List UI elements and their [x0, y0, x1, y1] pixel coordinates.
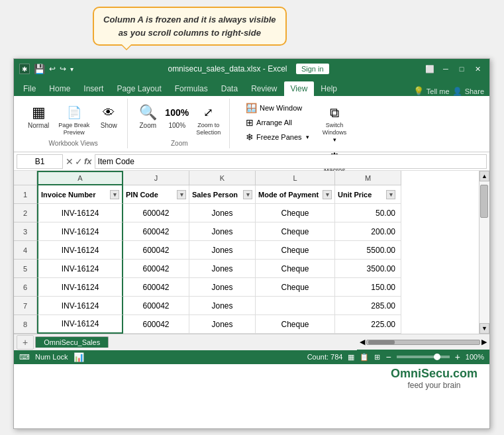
cell-invoice[interactable]: INV-16124: [37, 241, 123, 260]
cell-payment-mode[interactable]: Cheque: [256, 315, 335, 334]
cell-unit-price[interactable]: 200.00: [335, 222, 401, 241]
tell-me-label[interactable]: Tell me: [427, 87, 450, 95]
cell-invoice[interactable]: INV-16124: [37, 315, 123, 334]
cell-payment-mode[interactable]: Cheque: [256, 260, 335, 278]
cell-invoice[interactable]: INV-16124: [37, 278, 123, 297]
new-window-button[interactable]: 🪟 New Window: [242, 101, 312, 115]
h-scroll-right[interactable]: ▶: [481, 338, 487, 346]
insert-function-icon[interactable]: fx: [84, 156, 92, 167]
scroll-up-button[interactable]: ▲: [479, 171, 489, 181]
cell-salesperson[interactable]: Jones: [189, 297, 256, 315]
ribbon-collapse-button[interactable]: ⬜: [423, 62, 436, 75]
cell-pincode[interactable]: 600042: [123, 315, 189, 334]
cell-salesperson[interactable]: Jones: [189, 222, 256, 241]
cell-unit-price[interactable]: 150.00: [335, 278, 401, 297]
title-bar: ✱ 💾 ↩ ↪ ▾ omnisecu_sales_data.xlsx - Exc…: [14, 59, 489, 79]
cell-invoice[interactable]: INV-16124: [37, 222, 123, 241]
zoom-in-icon[interactable]: +: [455, 352, 460, 362]
sign-in-button[interactable]: Sign in: [296, 64, 329, 74]
cell-salesperson[interactable]: Jones: [189, 278, 256, 297]
cell-pincode[interactable]: 600042: [123, 260, 189, 278]
tab-page-layout[interactable]: Page Layout: [110, 81, 168, 96]
zoom-100-button[interactable]: 100% 100%: [164, 101, 190, 132]
quick-access-save[interactable]: 💾: [34, 64, 45, 74]
add-sheet-button[interactable]: +: [17, 335, 34, 350]
arrange-all-button[interactable]: ⊞ Arrange All: [242, 116, 312, 129]
normal-view-button[interactable]: ▦ Normal: [25, 101, 52, 132]
cell-payment-mode[interactable]: Cheque: [256, 204, 335, 222]
zoom-out-icon[interactable]: −: [385, 352, 391, 362]
zoom-button[interactable]: 🔍 Zoom: [134, 101, 161, 132]
minimize-button[interactable]: ─: [439, 62, 452, 75]
cancel-formula-icon[interactable]: ✕: [66, 156, 74, 167]
name-box[interactable]: [17, 154, 63, 169]
confirm-formula-icon[interactable]: ✓: [75, 156, 83, 167]
cell-unit-price[interactable]: 50.00: [335, 204, 401, 222]
close-button[interactable]: ✕: [471, 62, 484, 75]
page-break-preview-button[interactable]: 📄 Page BreakPreview: [55, 101, 93, 138]
cell-unit-price[interactable]: 3500.00: [335, 260, 401, 278]
cell-salesperson[interactable]: Jones: [189, 204, 256, 222]
count-label: Count: 784: [307, 353, 343, 361]
quick-access-undo[interactable]: ↩: [49, 64, 56, 73]
view-break-icon[interactable]: ⊞: [374, 353, 380, 362]
cell-unit-price[interactable]: 5500.00: [335, 241, 401, 260]
cell-pincode[interactable]: 600042: [123, 297, 189, 315]
h-scroll-left[interactable]: ◀: [360, 338, 365, 346]
cell-pincode[interactable]: 600042: [123, 222, 189, 241]
share-label[interactable]: Share: [465, 87, 484, 95]
cell-invoice[interactable]: INV-16124: [37, 297, 123, 315]
vertical-scrollbar[interactable]: ▲ ▼: [479, 171, 489, 334]
view-layout-icon[interactable]: 📋: [360, 353, 369, 362]
tab-formulas[interactable]: Formulas: [168, 81, 215, 96]
cell-salesperson[interactable]: Jones: [189, 260, 256, 278]
quick-access-redo[interactable]: ↪: [60, 64, 66, 73]
tab-home[interactable]: Home: [42, 81, 77, 96]
tab-file[interactable]: File: [17, 81, 42, 96]
col-m-dropdown[interactable]: ▾: [386, 190, 395, 199]
cell-payment-mode[interactable]: Cheque: [256, 278, 335, 297]
cell-invoice[interactable]: INV-16124: [37, 260, 123, 278]
cell-unit-price[interactable]: 285.00: [335, 297, 401, 315]
cell-payment-mode[interactable]: Cheque: [256, 241, 335, 260]
show-icon: 👁: [99, 103, 118, 122]
cell-pincode[interactable]: 600042: [123, 204, 189, 222]
tab-view[interactable]: View: [284, 81, 315, 96]
tab-insert[interactable]: Insert: [77, 81, 110, 96]
col-k-dropdown[interactable]: ▾: [243, 190, 252, 199]
header-cell-m[interactable]: Unit Price ▾: [335, 185, 401, 204]
maximize-button[interactable]: □: [455, 62, 468, 75]
tell-me-icon: 💡: [413, 86, 424, 96]
tab-help[interactable]: Help: [314, 81, 344, 96]
cell-pincode[interactable]: 600042: [123, 241, 189, 260]
col-j-dropdown[interactable]: ▾: [177, 190, 186, 199]
freeze-panes-button[interactable]: ❄ Freeze Panes ▾: [242, 130, 312, 144]
cell-salesperson[interactable]: Jones: [189, 241, 256, 260]
cell-invoice[interactable]: INV-16124: [37, 204, 123, 222]
header-cell-l[interactable]: Mode of Payment ▾: [256, 185, 335, 204]
tab-review[interactable]: Review: [244, 81, 283, 96]
view-normal-icon[interactable]: ▦: [348, 353, 354, 362]
cell-salesperson[interactable]: Jones: [189, 315, 256, 334]
tab-data[interactable]: Data: [215, 81, 244, 96]
cell-unit-price[interactable]: 225.00: [335, 315, 401, 334]
header-cell-a[interactable]: Invoice Number ▾: [37, 185, 123, 204]
scroll-thumb[interactable]: [480, 185, 488, 218]
col-a-dropdown[interactable]: ▾: [110, 190, 119, 199]
cell-payment-mode[interactable]: Cheque: [256, 222, 335, 241]
cell-pincode[interactable]: 600042: [123, 278, 189, 297]
zoom-slider[interactable]: [397, 356, 450, 358]
formula-input[interactable]: [95, 154, 487, 169]
h-scroll-thumb[interactable]: [368, 340, 395, 344]
show-button[interactable]: 👁 Show: [95, 101, 122, 132]
sheet-tab-omnisecu[interactable]: OmniSecu_Sales: [35, 336, 109, 348]
col-l-dropdown[interactable]: ▾: [323, 190, 332, 199]
header-cell-j[interactable]: PIN Code ▾: [123, 185, 189, 204]
data-rows: 2 INV-16124 600042 Jones Cheque 50.00 3 …: [14, 204, 479, 334]
h-scroll-track[interactable]: [366, 340, 480, 345]
switch-windows-button[interactable]: ⧉ SwitchWindows ▾: [317, 101, 353, 145]
header-cell-k[interactable]: Sales Person ▾: [189, 185, 256, 204]
cell-payment-mode[interactable]: [256, 297, 335, 315]
scroll-down-button[interactable]: ▼: [479, 323, 489, 334]
zoom-selection-button[interactable]: ⤢ Zoom toSelection: [193, 101, 224, 138]
